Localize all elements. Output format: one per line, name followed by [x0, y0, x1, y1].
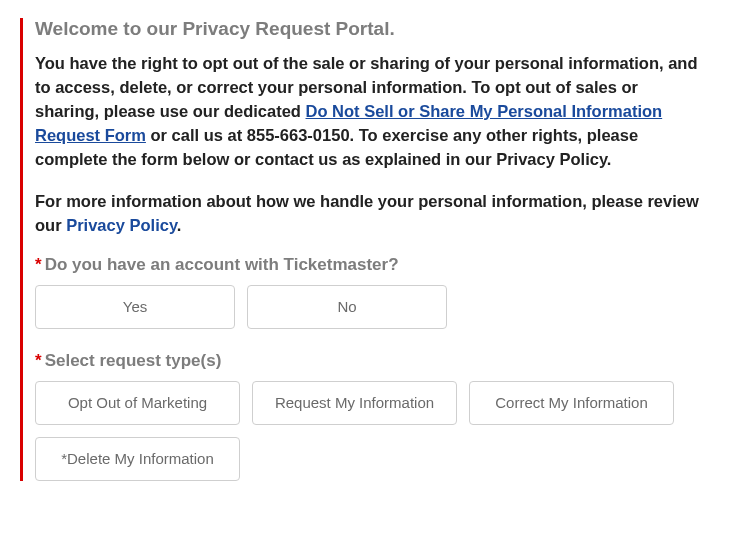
intro-paragraph: You have the right to opt out of the sal…	[35, 52, 706, 172]
required-asterisk-icon: *	[35, 255, 42, 274]
request-my-information-button[interactable]: Request My Information	[252, 381, 457, 425]
opt-out-marketing-button[interactable]: Opt Out of Marketing	[35, 381, 240, 425]
more-info-paragraph: For more information about how we handle…	[35, 190, 706, 238]
page-title: Welcome to our Privacy Request Portal.	[35, 18, 706, 40]
delete-my-information-button[interactable]: *Delete My Information	[35, 437, 240, 481]
correct-my-information-button[interactable]: Correct My Information	[469, 381, 674, 425]
account-yes-button[interactable]: Yes	[35, 285, 235, 329]
form-container: Welcome to our Privacy Request Portal. Y…	[20, 18, 706, 481]
question-request-type-label: *Select request type(s)	[35, 351, 706, 371]
more-info-text-2: .	[177, 216, 182, 234]
request-type-options-row: Opt Out of Marketing Request My Informat…	[35, 381, 706, 481]
question-account-label: *Do you have an account with Ticketmaste…	[35, 255, 706, 275]
account-no-button[interactable]: No	[247, 285, 447, 329]
question-request-type-text: Select request type(s)	[45, 351, 222, 370]
required-asterisk-icon: *	[35, 351, 42, 370]
question-account-text: Do you have an account with Ticketmaster…	[45, 255, 399, 274]
account-options-row: Yes No	[35, 285, 706, 329]
privacy-policy-link[interactable]: Privacy Policy	[66, 216, 177, 234]
